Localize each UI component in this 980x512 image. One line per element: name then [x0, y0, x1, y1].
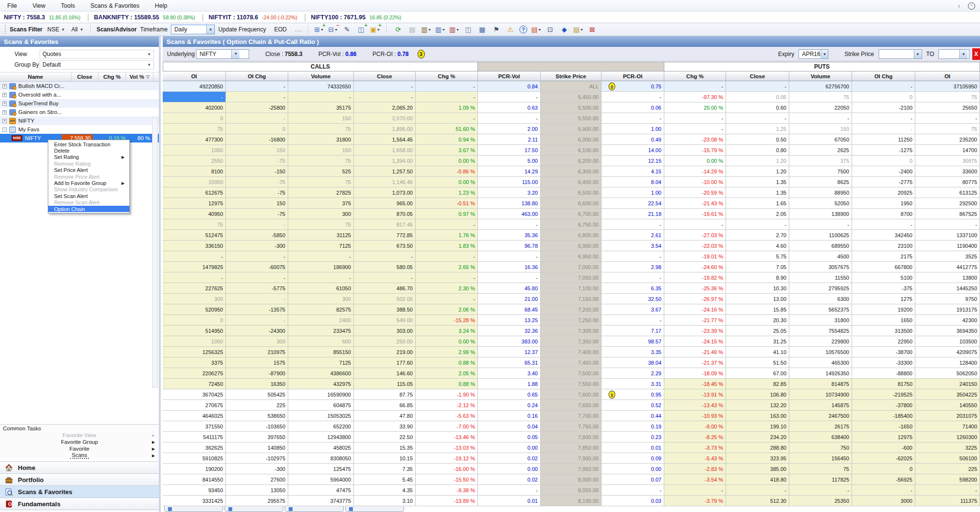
data-cell[interactable]: 2,065.20 — [354, 102, 416, 113]
data-cell[interactable]: -13.03 % — [416, 442, 478, 453]
data-cell[interactable]: 3.35 — [602, 347, 664, 357]
tree-item-supertrend-buy[interactable]: +SuperTrend Buy — [0, 99, 159, 108]
data-cell[interactable]: 140850 — [226, 442, 288, 453]
data-cell[interactable]: 125475 — [288, 464, 354, 474]
data-cell[interactable]: 14.00 — [602, 145, 664, 155]
data-cell[interactable]: 0.05 — [478, 432, 541, 442]
data-cell[interactable]: 4.15 — [602, 166, 664, 176]
strike-cell[interactable]: 7,750.00 — [541, 421, 602, 431]
data-cell[interactable]: 35175 — [288, 102, 354, 113]
data-cell[interactable]: 71400 — [915, 421, 980, 431]
data-cell[interactable]: 0 — [163, 315, 226, 325]
data-cell[interactable]: -2775 — [852, 177, 915, 187]
data-cell[interactable]: 4.35 — [354, 485, 416, 495]
watchlist-column-chg[interactable]: Chg % — [98, 72, 126, 81]
data-cell[interactable]: 150 — [226, 198, 288, 208]
data-cell[interactable]: 35.36 — [478, 230, 541, 240]
column-header-volume-puts[interactable]: Volume — [789, 71, 852, 81]
nav-item-charts[interactable]: Charts — [0, 510, 159, 512]
data-cell[interactable]: - — [226, 294, 288, 304]
strike-cell[interactable]: 6,800.00 — [541, 230, 602, 240]
data-cell[interactable]: - — [416, 81, 478, 91]
data-cell[interactable]: 0.88 % — [416, 379, 478, 389]
data-cell[interactable]: 270675 — [163, 400, 226, 410]
context-menu-item-enter-stock-transaction[interactable]: Enter Stock Transaction — [48, 141, 129, 147]
data-cell[interactable]: -22.03 % — [664, 241, 726, 251]
data-cell[interactable]: -13.91 % — [664, 389, 726, 399]
data-cell[interactable]: -7.00 % — [416, 421, 478, 431]
data-cell[interactable]: - — [478, 485, 541, 495]
data-cell[interactable]: - — [602, 219, 664, 229]
data-cell[interactable]: -23.08 % — [664, 134, 726, 144]
data-cell[interactable]: 25650 — [915, 102, 980, 113]
tree-item-oversold-with-a-[interactable]: +Oversold with a... — [0, 90, 159, 99]
data-cell[interactable]: - — [163, 272, 226, 283]
data-cell[interactable]: -75 — [226, 177, 288, 187]
data-cell[interactable]: 867525 — [915, 209, 980, 219]
data-cell[interactable]: 16350 — [226, 379, 288, 389]
data-cell[interactable]: 506100 — [915, 453, 980, 463]
data-cell[interactable]: 2175 — [852, 251, 915, 261]
data-cell[interactable]: 21.18 — [602, 209, 664, 219]
data-cell[interactable]: 300 — [226, 336, 288, 346]
data-cell[interactable]: 2206275 — [163, 368, 226, 378]
data-cell[interactable]: -26.97 % — [664, 294, 726, 304]
menu-view[interactable]: View — [31, 1, 47, 10]
data-cell[interactable]: 106.80 — [726, 389, 789, 399]
data-cell[interactable]: 80775 — [915, 177, 980, 187]
data-cell[interactable]: 1.23 % — [416, 187, 478, 198]
data-cell[interactable]: 520950 — [163, 304, 226, 314]
data-cell[interactable]: 10.95 — [602, 389, 664, 399]
data-cell[interactable]: 5.45 — [354, 474, 416, 484]
data-cell[interactable]: 3.67 % — [416, 145, 478, 155]
data-cell[interactable]: 12.37 — [478, 347, 541, 357]
data-cell[interactable]: 20.75 — [602, 81, 664, 91]
data-cell[interactable]: 4.60 — [726, 241, 789, 251]
data-cell[interactable]: 82.85 — [726, 379, 789, 389]
data-cell[interactable]: 62756700 — [789, 81, 852, 91]
data-cell[interactable]: 87.75 — [354, 389, 416, 399]
data-cell[interactable]: 4412775 — [915, 262, 980, 272]
data-cell[interactable]: 7.35 — [354, 464, 416, 474]
data-cell[interactable]: -16800 — [226, 134, 288, 144]
data-cell[interactable]: 27600 — [226, 474, 288, 484]
strike-cell[interactable]: 6,100.00 — [541, 145, 602, 155]
data-cell[interactable]: 598200 — [915, 474, 980, 484]
data-cell[interactable]: -1650 — [852, 421, 915, 431]
data-cell[interactable]: - — [416, 294, 478, 304]
data-cell[interactable]: 190200 — [163, 464, 226, 474]
close-screen-icon[interactable]: ⊠ — [588, 25, 597, 34]
data-cell[interactable]: 0.80 — [726, 145, 789, 155]
data-cell[interactable]: 13050 — [226, 485, 288, 495]
data-cell[interactable]: 502.05 — [354, 294, 416, 304]
bottom-tab[interactable] — [285, 506, 344, 512]
data-cell[interactable]: 128400 — [915, 357, 980, 368]
data-cell[interactable]: -24300 — [226, 326, 288, 336]
group-by-select[interactable]: Default▼ — [40, 60, 154, 70]
data-cell[interactable]: 432975 — [288, 379, 354, 389]
data-cell[interactable]: 673.50 — [354, 241, 416, 251]
data-cell[interactable]: -62025 — [852, 453, 915, 463]
data-cell[interactable]: 1.76 % — [416, 230, 478, 240]
data-cell[interactable]: 88950 — [789, 187, 852, 198]
data-cell[interactable]: 4500 — [789, 251, 852, 261]
data-cell[interactable]: 0.52 — [602, 400, 664, 410]
data-cell[interactable]: 1,394.00 — [354, 156, 416, 166]
menu-file[interactable]: File — [6, 1, 18, 10]
data-cell[interactable]: - — [416, 272, 478, 283]
data-cell[interactable]: 146.60 — [354, 368, 416, 378]
strike-cell[interactable]: 6,900.00 — [541, 241, 602, 251]
bottom-tab[interactable] — [224, 506, 283, 512]
data-cell[interactable]: -88800 — [852, 368, 915, 378]
strike-cell[interactable]: ALL — [541, 81, 602, 91]
data-cell[interactable]: -16.00 % — [416, 464, 478, 474]
data-cell[interactable]: 0.07 — [602, 474, 664, 484]
data-cell[interactable]: -8.25 % — [664, 432, 726, 442]
data-cell[interactable]: -219525 — [852, 389, 915, 399]
data-cell[interactable]: 3504225 — [915, 389, 980, 399]
data-cell[interactable]: 5062050 — [915, 368, 980, 378]
data-cell[interactable]: 0.01 — [478, 496, 541, 506]
data-cell[interactable]: -3.73 % — [664, 442, 726, 453]
data-cell[interactable]: 31.25 — [726, 336, 789, 346]
data-cell[interactable]: 0 — [852, 156, 915, 166]
